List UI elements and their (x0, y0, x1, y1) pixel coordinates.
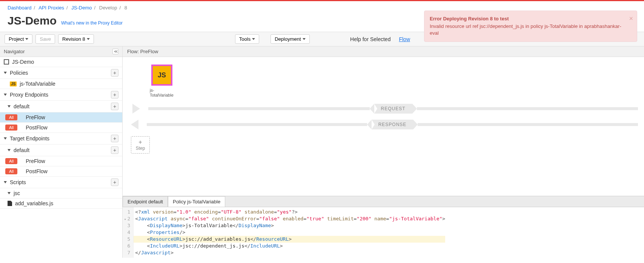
code-editor[interactable]: 1▾234567 <?xml version="1.0" encoding="U… (123, 207, 644, 258)
chevron-down-icon (4, 94, 7, 96)
nav-section-policies[interactable]: Policies + (0, 67, 122, 79)
chevron-down-icon (8, 149, 11, 151)
all-badge: All (5, 168, 17, 174)
alert-body: Invalid resource url ref jsc://dependent… (430, 23, 626, 37)
add-flow-button[interactable]: + (111, 146, 118, 154)
chevron-down-icon (252, 38, 255, 40)
arrow-right-icon (132, 104, 140, 114)
js-icon: JS (10, 82, 17, 86)
alert-title: Error Deploying Revision 8 to test (430, 15, 626, 22)
nav-section-proxy-endpoints[interactable]: Proxy Endpoints + (0, 89, 122, 101)
navigator-header: Navigator << (0, 46, 122, 57)
policy-tile[interactable]: JS (151, 65, 172, 86)
nav-target-default[interactable]: default + (0, 145, 122, 156)
breadcrumb-current: 8 (124, 5, 127, 11)
chevron-down-icon (87, 38, 90, 40)
nav-script-group[interactable]: jsc (0, 188, 122, 198)
editor-gutter: 1▾234567 (123, 207, 134, 258)
breadcrumb-current: Develop (99, 5, 117, 11)
revision-menu[interactable]: Revision 8 (58, 34, 94, 44)
tab-policy[interactable]: Policy js-TotalVariable (168, 196, 225, 207)
error-alert: × Error Deploying Revision 8 to test Inv… (424, 11, 637, 42)
chevron-down-icon (8, 192, 11, 194)
nav-flow-postflow[interactable]: All PostFlow (0, 166, 122, 177)
request-flow: REQUEST (129, 104, 638, 114)
nav-section-target-endpoints[interactable]: Target Endpoints + (0, 133, 122, 145)
nav-policy-item[interactable]: JS js-TotalVariable (0, 79, 122, 89)
nav-proxy-default[interactable]: default + (0, 101, 122, 112)
project-menu[interactable]: Project (5, 34, 32, 44)
chevron-down-icon (303, 38, 306, 40)
chevron-down-icon (8, 105, 11, 108)
plus-icon: + (131, 139, 149, 146)
breadcrumb-link[interactable]: JS-Demo (71, 5, 92, 11)
navigator-panel: Navigator << JS-Demo Policies + JS js-To… (0, 46, 123, 258)
add-flow-button[interactable]: + (111, 103, 118, 110)
chevron-down-icon (25, 38, 28, 40)
editor-tabs: Endpoint default Policy js-TotalVariable (123, 196, 644, 207)
save-button[interactable]: Save (35, 34, 55, 44)
deployment-menu[interactable]: Deployment (271, 34, 309, 44)
file-icon (8, 201, 12, 206)
add-policy-button[interactable]: + (111, 69, 118, 77)
chevron-down-icon (4, 72, 7, 74)
tab-endpoint-default[interactable]: Endpoint default (123, 196, 168, 207)
nav-flow-preflow[interactable]: All PreFlow (0, 112, 122, 123)
help-for-selected: Help for Selected (350, 36, 390, 42)
add-script-button[interactable]: + (111, 178, 118, 186)
collapse-panel-icon[interactable]: << (112, 49, 118, 54)
add-step-button[interactable]: + Step (131, 136, 150, 154)
add-proxy-endpoint-button[interactable]: + (111, 91, 118, 98)
nav-section-scripts[interactable]: Scripts + (0, 177, 122, 188)
nav-flow-preflow[interactable]: All PreFlow (0, 156, 122, 166)
tools-menu[interactable]: Tools (235, 34, 259, 44)
flow-help-link[interactable]: Flow (399, 36, 410, 42)
nav-flow-postflow[interactable]: All PostFlow (0, 123, 122, 133)
arrow-left-icon (131, 120, 138, 129)
add-target-endpoint-button[interactable]: + (111, 135, 118, 142)
chevron-down-icon (4, 181, 7, 183)
all-badge: All (5, 158, 17, 164)
all-badge: All (5, 114, 17, 120)
close-icon[interactable]: × (629, 14, 633, 23)
breadcrumb-link[interactable]: API Proxies (38, 5, 64, 11)
flow-header: Flow: PreFlow (123, 46, 644, 57)
chevron-down-icon (4, 137, 7, 140)
response-flow: RESPONSE (129, 120, 638, 129)
all-badge: All (5, 125, 17, 131)
nav-script-file[interactable]: add_variables.js (0, 198, 122, 209)
policy-tile-label: js-TotalVariable (150, 88, 175, 98)
editor-code[interactable]: <?xml version="1.0" encoding="UTF-8" sta… (134, 207, 445, 258)
page-title: JS-Demo (8, 14, 57, 27)
whats-new-link[interactable]: What's new in the Proxy Editor (61, 20, 123, 26)
flow-canvas: JS js-TotalVariable REQUEST (123, 57, 644, 196)
nav-root[interactable]: JS-Demo (0, 57, 122, 67)
breadcrumb-link[interactable]: Dashboard (8, 5, 32, 11)
proxy-icon (4, 59, 9, 65)
